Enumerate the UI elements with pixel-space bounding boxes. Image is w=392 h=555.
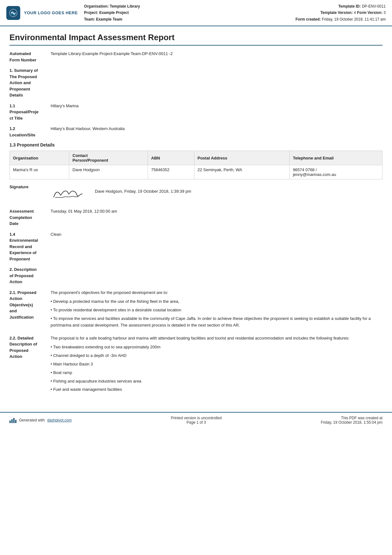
header-id: Template ID: DP-ENV-0011 Template Versio… [296, 3, 386, 22]
automated-form-number-row: AutomatedForm Number Template Library-Ex… [9, 51, 383, 63]
section-1-3-heading: 1.3 Proponent Details [9, 142, 383, 147]
proponent-table: Organisation ContactPerson/Proponent ABN… [9, 151, 383, 179]
table-cell-abn: 75846352 [148, 165, 194, 179]
field-2-1-row: 2.1. ProposedActionObjective(s)andJustif… [9, 290, 383, 331]
bar-1 [9, 421, 11, 423]
template-id-value: DP-ENV-0011 [362, 4, 386, 9]
template-version-label: Template Version: [320, 10, 352, 15]
project-value: Example Project [99, 10, 129, 15]
field-2-2-label: 2.2. DetailedDescription ofProposedActio… [9, 335, 51, 395]
field-1-4-value: Clean [51, 231, 383, 262]
report-title: Environmental Impact Assessment Report [9, 33, 383, 46]
field-1-4-row: 1.4EnvironmentalRecord andExperience ofP… [9, 231, 383, 262]
bullet-2-1-3: • To improve the services and facilities… [51, 315, 383, 329]
table-row: Marina's R us Dave Hodgson 75846352 22 S… [10, 165, 383, 179]
bullet-2-2-1: • Two breakwaters extending out to sea a… [51, 344, 383, 351]
bullet-2-2-6: • Fuel and waste management facilities [51, 386, 383, 393]
field-1-1-label: 1.1Proposal/Project Title [9, 103, 51, 122]
project-label: Project: [84, 10, 98, 15]
main-content: Environmental Impact Assessment Report A… [0, 26, 392, 406]
signature-detail: Dave Hodgson, Friday, 19 October 2018, 1… [95, 184, 191, 194]
bar-2 [11, 419, 13, 423]
form-created-label: Form created: [296, 17, 321, 22]
bullet-2-1-1: • Develop a protected marina for the use… [51, 298, 383, 305]
template-version-value: 4 [354, 10, 356, 15]
assessment-completion-value: Tuesday, 01 May 2018, 12:00:00 am [51, 208, 383, 227]
footer-center: Printed version is uncontrolled Page 1 o… [171, 416, 222, 425]
table-cell-postal: 22 Seminyak, Perth, WA [194, 165, 290, 179]
assessment-completion-row: AssessmentCompletionDate Tuesday, 01 May… [9, 208, 383, 227]
field-1-2-row: 1.2Location/Site Hillary's Boat Harbour,… [9, 126, 383, 138]
table-header-telephone: Telephone and Email [290, 151, 383, 165]
form-version-value: 3 [383, 10, 386, 15]
form-created-value: Friday, 19 October 2018, 11:41:17 am [322, 17, 386, 22]
bullet-2-2-3: • Main Harbour Basin 3 [51, 361, 383, 368]
automated-form-number-label: AutomatedForm Number [9, 51, 51, 63]
table-header-abn: ABN [148, 151, 194, 165]
field-2-1-intro: The proponent's objectives for the propo… [51, 290, 383, 296]
footer-pdf-created-2: Friday, 19 October 2018, 1:55:04 pm [321, 420, 383, 425]
section2-row: 2. Descriptionof ProposedAction [9, 266, 383, 285]
table-header-postal: Postal Address [194, 151, 290, 165]
logo-icon [6, 6, 20, 20]
field-1-1-value: Hillary's Marina [51, 103, 383, 122]
table-header-contact: ContactPerson/Proponent [69, 151, 148, 165]
footer-print-notice: Printed version is uncontrolled [171, 416, 222, 420]
bullet-2-2-4: • Boat ramp [51, 370, 383, 376]
bar-4 [15, 420, 16, 423]
section1-row: 1. Summary ofThe ProposedAction andPropo… [9, 67, 383, 98]
table-header-organisation: Organisation [10, 151, 69, 165]
form-version-label: Form Version: [357, 10, 383, 15]
field-1-1-row: 1.1Proposal/Project Title Hillary's Mari… [9, 103, 383, 122]
field-2-2-row: 2.2. DetailedDescription ofProposedActio… [9, 335, 383, 395]
field-1-4-label: 1.4EnvironmentalRecord andExperience ofP… [9, 231, 51, 262]
signature-row: Signature Dave Hodgson, Friday, 19 Octob… [9, 184, 383, 202]
logo-text: YOUR LOGO GOES HERE [24, 10, 78, 15]
signature-image [51, 184, 85, 202]
org-value: Template Library [110, 4, 140, 9]
field-2-2-value: The proposal is for a safe boating harbo… [51, 335, 383, 395]
logo-section: YOUR LOGO GOES HERE [6, 3, 78, 22]
team-label: Team: [84, 17, 95, 22]
header-meta: Organisation: Template Library Project: … [84, 3, 289, 22]
footer-left: Generated with dashpivot.com [9, 417, 72, 423]
assessment-completion-label: AssessmentCompletionDate [9, 208, 51, 227]
page-footer: Generated with dashpivot.com Printed ver… [0, 412, 392, 428]
automated-form-number-value: Template Library-Example Project-Example… [51, 51, 383, 63]
section2-label: 2. Descriptionof ProposedAction [9, 266, 51, 285]
footer-right: This PDF was created at Friday, 19 Octob… [321, 416, 383, 425]
table-cell-contact: Dave Hodgson [69, 165, 148, 179]
field-2-1-value: The proponent's objectives for the propo… [51, 290, 383, 331]
table-cell-organisation: Marina's R us [10, 165, 69, 179]
footer-generated-text: Generated with [19, 418, 45, 422]
footer-page-number: Page 1 of 3 [171, 420, 222, 425]
section1-label: 1. Summary ofThe ProposedAction andPropo… [9, 67, 51, 98]
bar-3 [13, 418, 15, 423]
section1-value [51, 67, 383, 98]
section2-value [51, 266, 383, 285]
field-2-1-label: 2.1. ProposedActionObjective(s)andJustif… [9, 290, 51, 331]
bullet-2-2-5: • Fishing and aquaculture industries ser… [51, 378, 383, 385]
footer-bars-icon [9, 417, 16, 423]
footer-pdf-created-1: This PDF was created at [321, 416, 383, 420]
bullet-2-2-2: • Channel dredged to a depth of -3m AHD [51, 352, 383, 359]
team-value: Example Team [96, 17, 122, 22]
signature-label: Signature [9, 184, 51, 189]
table-cell-telephone: 96574 0768 /jenny@marinas.com.au [290, 165, 383, 179]
org-label: Organisation: [84, 4, 109, 9]
bullet-2-1-2: • To provide residential development sit… [51, 307, 383, 314]
field-1-2-value: Hillary's Boat Harbour, Western Australi… [51, 126, 383, 138]
template-id-label: Template ID: [338, 4, 361, 9]
page-header: YOUR LOGO GOES HERE Organisation: Templa… [0, 0, 392, 26]
signature-content: Dave Hodgson, Friday, 19 October 2018, 1… [51, 184, 383, 202]
field-1-2-label: 1.2Location/Site [9, 126, 51, 138]
footer-link[interactable]: dashpivot.com [47, 418, 71, 422]
field-2-2-intro: The proposal is for a safe boating harbo… [51, 335, 383, 342]
